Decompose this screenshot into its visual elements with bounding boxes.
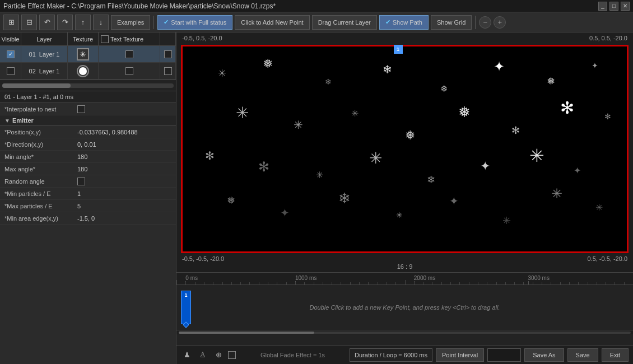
ruler-tick xyxy=(368,282,369,284)
emitter-section-label: Emitter xyxy=(12,117,34,124)
timeline-content[interactable]: 1 Double Click to add a new Key Point, a… xyxy=(176,285,633,330)
ruler-tick xyxy=(240,282,241,284)
layer-1-col4-cb[interactable] xyxy=(164,50,172,58)
ruler-mark: 1000 ms xyxy=(295,275,316,281)
snowflake: ✳ xyxy=(236,104,249,122)
left-panel: Visible Layer Texture Text Texture xyxy=(0,32,176,364)
snowflake: ✦ xyxy=(494,59,505,74)
ruler-tick xyxy=(624,282,625,284)
layer-1-id: 01 Layer 1 xyxy=(21,46,68,62)
keypoint-hint: Double Click to add a new Key Point, and… xyxy=(310,304,500,311)
titlebar-controls[interactable]: _ □ ✕ xyxy=(598,2,630,11)
header-col4 xyxy=(160,32,176,45)
ruler-tick xyxy=(249,282,250,284)
snowflake: ✻ xyxy=(604,112,611,121)
bottom-icon-2[interactable]: ♙ xyxy=(197,349,209,361)
start-full-status-button[interactable]: ✔ Start with Full status xyxy=(157,15,232,30)
ruler-tick xyxy=(514,282,515,284)
ruler-tick xyxy=(378,282,378,284)
layer-1-text-texture-cb[interactable] xyxy=(125,50,133,58)
layer-1-texture-thumb[interactable]: ✳ xyxy=(77,48,89,60)
ruler-tick xyxy=(523,282,524,284)
toolbar-icon-1[interactable]: ⊞ xyxy=(3,15,19,30)
layer-1-visible[interactable] xyxy=(0,46,21,62)
canvas-coords-bottom: -0.5, -0.5, -20.0 0.5, -0.5, -20.0 xyxy=(182,255,627,262)
bottom-checkbox[interactable] xyxy=(228,351,236,359)
toolbar-icon-2[interactable]: ⊟ xyxy=(21,15,37,30)
ruler-tick xyxy=(350,282,351,284)
layer-2-col4[interactable] xyxy=(160,63,176,79)
snowflake: ✻ xyxy=(258,159,269,175)
bottom-icon-3[interactable]: ⊕ xyxy=(212,349,225,361)
ruler-tick xyxy=(423,282,423,284)
layer-2-text-texture-cb[interactable] xyxy=(125,67,133,75)
snowflake: ❅ xyxy=(263,57,273,71)
layer-1-text-texture[interactable] xyxy=(99,46,160,62)
show-grid-button[interactable]: Show Grid xyxy=(431,15,472,30)
toolbar-icon-3[interactable]: ↶ xyxy=(39,15,55,30)
examples-button[interactable]: Examples xyxy=(111,15,150,30)
timeline-ruler[interactable]: 0 ms1000 ms2000 ms3000 ms xyxy=(176,273,633,285)
keypoint-diamond xyxy=(183,321,189,328)
layer-2-col4-cb[interactable] xyxy=(164,67,172,75)
layer-2-texture-thumb[interactable] xyxy=(77,65,89,77)
layer-2-visible-cb[interactable] xyxy=(7,67,15,75)
maximize-button[interactable]: □ xyxy=(609,2,618,11)
min-particles-row: *Min particles / E 1 xyxy=(0,188,176,200)
timeline-scrollbar-thumb[interactable] xyxy=(179,332,314,334)
point-interval-input[interactable] xyxy=(487,348,521,362)
drag-current-layer-button[interactable]: Drag Current Layer xyxy=(312,15,377,30)
toolbar-icon-4[interactable]: ↷ xyxy=(57,15,73,30)
layer-2-texture[interactable] xyxy=(68,63,99,79)
layer-header: Visible Layer Texture Text Texture xyxy=(0,32,176,46)
toolbar-icon-up[interactable]: ↑ xyxy=(75,15,91,30)
layer-scrollbar-track[interactable] xyxy=(2,83,174,88)
ruler-tick xyxy=(414,282,415,284)
layer-2-text-texture[interactable] xyxy=(99,63,160,79)
layer-row[interactable]: 01 Layer 1 ✳ xyxy=(0,46,176,63)
timeline-marker[interactable]: 1 xyxy=(394,45,403,54)
interpolate-checkbox[interactable] xyxy=(77,105,85,113)
ruler-tick xyxy=(459,282,460,284)
minimize-button[interactable]: _ xyxy=(598,2,607,11)
snowflake: ✳ xyxy=(502,214,511,227)
ruler-tick xyxy=(304,282,305,284)
layer-row[interactable]: 02 Layer 1 xyxy=(0,63,176,80)
snowflake: ❅ xyxy=(227,194,235,207)
canvas-viewport[interactable]: ✳❅❄❄❄✦❅✦✳✳✳❅❅✻✻✻✻✻✳✳❄✦✳✦❅✦❄✳✦✳✳✳ xyxy=(181,45,629,253)
exit-button[interactable]: Exit xyxy=(602,348,629,362)
save-as-button[interactable]: Save As xyxy=(524,348,564,362)
bottom-icon-1[interactable]: ♟ xyxy=(181,349,193,361)
ruler-tick xyxy=(542,282,542,284)
random-angle-checkbox[interactable] xyxy=(77,178,85,185)
toolbar-icon-down[interactable]: ↓ xyxy=(93,15,109,30)
click-add-point-button[interactable]: Click to Add New Point xyxy=(235,15,309,30)
emitter-collapse-icon[interactable]: ▼ xyxy=(4,118,10,124)
ruler-mark: 0 ms xyxy=(185,275,198,281)
ruler-tick xyxy=(332,282,332,284)
canvas-area[interactable]: -0.5, 0.5, -20.0 1 0.5, 0.5, -20.0 ✳❅❄❄❄… xyxy=(176,32,633,272)
snowflake: ✻ xyxy=(560,98,574,118)
emitter-section-header[interactable]: ▼ Emitter xyxy=(0,115,176,126)
timeline-scrollbar-track[interactable] xyxy=(179,332,631,334)
layer-1-texture[interactable]: ✳ xyxy=(68,46,99,62)
ruler-tick xyxy=(478,282,478,284)
close-button[interactable]: ✕ xyxy=(621,2,630,11)
snowflake: ✻ xyxy=(511,124,520,137)
layer-2-visible[interactable] xyxy=(0,63,21,79)
point-interval-button[interactable]: Point Interval xyxy=(436,348,484,362)
text-texture-header-cb[interactable] xyxy=(101,35,109,43)
titlebar: Particle Effect Maker - C:\Program Files… xyxy=(0,0,633,12)
save-button[interactable]: Save xyxy=(567,348,598,362)
show-path-button[interactable]: ✔ Show Path xyxy=(379,15,429,30)
zoom-out-button[interactable]: − xyxy=(479,16,491,29)
layer-1-visible-cb[interactable] xyxy=(7,50,15,58)
direction-row: *Direction(x,y) 0, 0.01 xyxy=(0,138,176,151)
timeline-scrollbar[interactable] xyxy=(176,330,633,334)
ruler-tick xyxy=(469,282,469,284)
keypoint-1[interactable]: 1 xyxy=(181,291,191,324)
max-particles-row: *Max particles / E 5 xyxy=(0,200,176,212)
layer-scrollbar-thumb[interactable] xyxy=(2,83,71,88)
zoom-in-button[interactable]: + xyxy=(494,16,506,29)
layer-1-col4[interactable] xyxy=(160,46,176,62)
